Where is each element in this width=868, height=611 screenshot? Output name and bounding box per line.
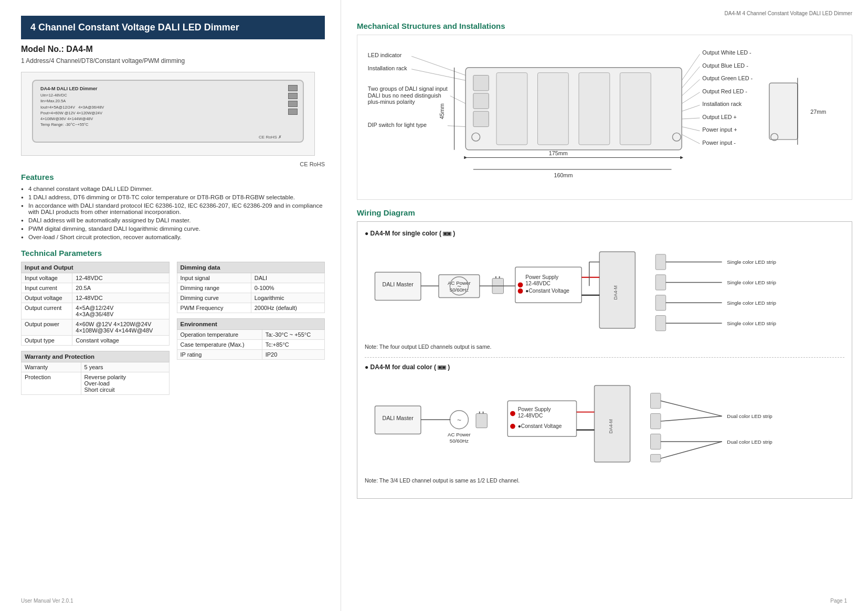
mech-power-minus-label: Power input - xyxy=(702,140,736,146)
svg-text:50/60Hz: 50/60Hz xyxy=(450,438,469,444)
svg-line-5 xyxy=(448,126,465,127)
dim-27: 27mm xyxy=(810,109,826,115)
connector-1 xyxy=(288,85,298,91)
main-title: 4 Channel Constant Voltage DALI LED Dimm… xyxy=(30,22,239,33)
io-header: Input and Output xyxy=(22,262,170,273)
svg-rect-81 xyxy=(651,393,661,409)
wiring-title: Wiring Diagram xyxy=(357,208,852,217)
svg-line-86 xyxy=(661,416,722,421)
feature-6: Over-load / Short circuit protection, re… xyxy=(21,234,325,240)
svg-text:12-48VDC: 12-48VDC xyxy=(525,281,551,286)
svg-text:Single color LED strip: Single color LED strip xyxy=(727,259,776,265)
svg-line-18 xyxy=(682,92,700,104)
svg-rect-46 xyxy=(655,254,665,270)
svg-rect-70 xyxy=(476,414,487,428)
connector-2 xyxy=(288,93,298,99)
svg-line-0 xyxy=(411,56,465,75)
svg-text:~: ~ xyxy=(457,282,461,290)
svg-line-85 xyxy=(661,401,722,416)
svg-text:Single color LED strip: Single color LED strip xyxy=(727,320,776,326)
env-table: Environment Operation temperatureTa:-30°… xyxy=(177,318,325,360)
features-title: Features xyxy=(21,173,325,181)
mech-dip-label: DIP switch for light type xyxy=(368,122,427,128)
svg-text:DALI bus no need distinguish: DALI bus no need distinguish xyxy=(368,92,441,99)
svg-rect-12 xyxy=(620,73,651,145)
wiring-single-note: Note: The four output LED channels outpu… xyxy=(365,344,844,350)
svg-text:AC Power: AC Power xyxy=(448,432,471,437)
warranty-table: Warranty and Protection Warranty5 years … xyxy=(21,351,170,395)
svg-rect-82 xyxy=(651,414,661,429)
wiring-dual-svg: DALI Master ~ AC Power 50/60Hz Power Sup… xyxy=(365,374,844,474)
svg-rect-11 xyxy=(579,73,610,145)
dimming-table: Dimming data Input signalDALI Dimming ra… xyxy=(177,262,325,313)
svg-text:●Constant Voltage: ●Constant Voltage xyxy=(518,423,562,429)
dim-45: 45mm xyxy=(439,103,445,119)
svg-text:Power Supply: Power Supply xyxy=(525,274,559,280)
right-column: DA4-M 4 Channel Constant Voltage DALI LE… xyxy=(341,0,868,611)
svg-rect-9 xyxy=(496,73,527,145)
svg-point-74 xyxy=(510,411,515,416)
svg-text:~: ~ xyxy=(457,416,461,424)
svg-rect-10 xyxy=(537,73,568,145)
dimming-header: Dimming data xyxy=(177,262,325,273)
wiring-dual-label: ● DA4-M for dual color ( ▣▣ ) xyxy=(365,363,844,371)
wiring-divider xyxy=(365,357,844,358)
footer-right: Page 1 xyxy=(830,598,847,604)
wiring-dual-note: Note: The 3/4 LED channel output is same… xyxy=(365,477,844,484)
tech-params-title: Technical Parameters xyxy=(21,249,325,258)
svg-text:plus-minus polarity: plus-minus polarity xyxy=(368,99,415,105)
svg-rect-48 xyxy=(655,295,665,310)
svg-rect-47 xyxy=(655,275,665,290)
tech-params-section: Input and Output Input voltage12-48VDC I… xyxy=(21,262,325,400)
wiring-single-section: ● DA4-M for single color ( ▣▣ ) DALI Mas… xyxy=(365,229,844,350)
wiring-dual-section: ● DA4-M for dual color ( ▣▣ ) DALI Maste… xyxy=(365,363,844,484)
wiring-single-label: ● DA4-M for single color ( ▣▣ ) xyxy=(365,229,844,237)
svg-rect-49 xyxy=(655,316,665,331)
connector-4 xyxy=(288,109,298,115)
dim-175: 175mm xyxy=(549,150,568,156)
svg-point-42 xyxy=(518,288,523,294)
warranty-label: Warranty xyxy=(22,362,81,372)
dimming-curve-label: Dimming curve xyxy=(177,293,251,303)
env-header: Environment xyxy=(177,319,325,330)
svg-text:DA4-M: DA4-M xyxy=(608,419,613,433)
feature-3: In accordance with DALI standard protoco… xyxy=(21,202,325,215)
svg-text:DALI Master: DALI Master xyxy=(382,415,414,421)
mech-install-rack-label: Installation rack xyxy=(368,65,407,71)
io-table: Input and Output Input voltage12-48VDC I… xyxy=(21,262,170,346)
svg-text:●Constant Voltage: ●Constant Voltage xyxy=(525,288,569,294)
svg-rect-6 xyxy=(473,76,489,91)
dimming-curve-value: Logarithmic xyxy=(251,293,324,303)
mech-diagram: LED indicator Installation rack Two grou… xyxy=(357,35,852,200)
dimming-table-wrap: Dimming data Input signalDALI Dimming ra… xyxy=(177,262,325,400)
device-certification: CE RoHS ✗ xyxy=(259,135,282,140)
mech-output-green-label: Output Green LED - xyxy=(702,75,753,81)
model-number: Model No.: DA4-M xyxy=(21,45,325,54)
svg-text:DALI Master: DALI Master xyxy=(382,281,414,287)
svg-rect-8 xyxy=(473,111,489,126)
svg-text:Dual color LED strip: Dual color LED strip xyxy=(727,439,772,445)
svg-text:Single color LED strip: Single color LED strip xyxy=(727,300,776,306)
mech-output-led-plus-label: Output LED + xyxy=(702,114,737,120)
connector-3 xyxy=(288,101,298,107)
svg-line-21 xyxy=(682,127,700,131)
svg-rect-84 xyxy=(651,454,661,462)
svg-text:12-48VDC: 12-48VDC xyxy=(518,413,543,419)
feature-2: 1 DALI address, DT6 dimming or DT8-TC co… xyxy=(21,194,325,200)
svg-line-16 xyxy=(682,67,700,88)
feature-5: PWM digital dimming, standard DALI logar… xyxy=(21,226,325,232)
svg-line-15 xyxy=(682,54,700,80)
device-label: DA4-M DALI LED Dimmer xyxy=(40,86,295,91)
svg-line-17 xyxy=(682,79,700,95)
svg-rect-83 xyxy=(651,434,661,449)
features-list: 4 channel constant voltage DALI LED Dimm… xyxy=(21,186,325,240)
mech-power-plus-label: Power input + xyxy=(702,126,737,133)
svg-line-88 xyxy=(661,442,722,458)
svg-line-22 xyxy=(682,134,700,144)
mech-output-blue-label: Output Blue LED - xyxy=(702,62,748,69)
page-footer: User Manual Ver 2.0.1 Page 1 xyxy=(21,598,847,604)
svg-rect-7 xyxy=(473,93,489,109)
svg-line-19 xyxy=(682,105,700,111)
mech-led-indicator-label: LED indicator xyxy=(368,52,402,58)
ce-rohs-label: CE RoHS xyxy=(21,161,325,167)
